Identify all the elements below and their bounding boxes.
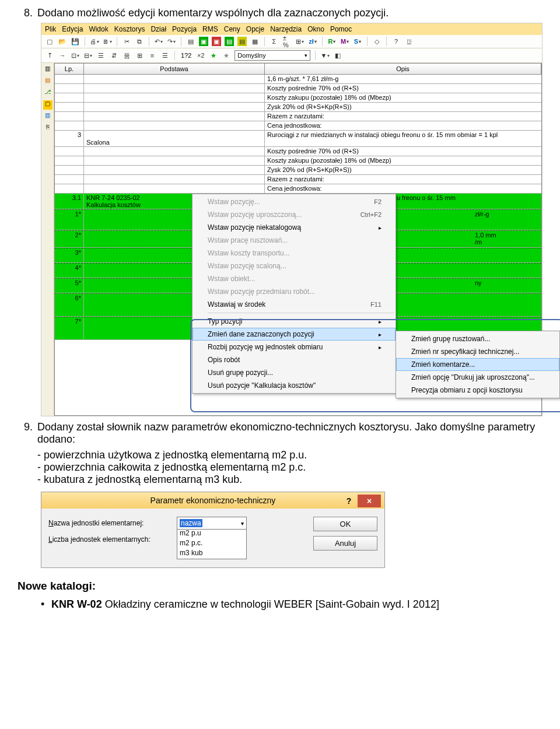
sigma-icon[interactable]: Σ bbox=[270, 37, 279, 46]
tree-icon[interactable]: ▤ bbox=[186, 37, 195, 46]
mi-wsrodek[interactable]: Wstawiaj w środekF11 bbox=[192, 298, 396, 311]
star-on-icon[interactable]: ★ bbox=[209, 51, 218, 60]
ls3-icon[interactable]: ⎇ bbox=[43, 89, 52, 98]
view5-icon[interactable]: ▦ bbox=[250, 37, 260, 46]
grid-icon[interactable]: ⊞ bbox=[295, 37, 304, 46]
smi-precyzja[interactable]: Precyzja obmiaru z opcji kosztorysu bbox=[396, 384, 559, 397]
tb2-num[interactable]: 1?2 bbox=[180, 52, 192, 59]
dialog-help-icon[interactable]: ? bbox=[342, 495, 355, 507]
view1-icon[interactable]: ▣ bbox=[199, 37, 208, 46]
view4-icon[interactable]: ▤ bbox=[237, 37, 247, 46]
opt-m2pc[interactable]: m2 p.c. bbox=[180, 538, 244, 548]
menu-edycja[interactable]: Edycja bbox=[62, 25, 83, 33]
mi-usun-grupe[interactable]: Usuń grupę pozycji... bbox=[192, 366, 396, 379]
copy-icon[interactable]: ⧉ bbox=[135, 37, 144, 46]
tb2-c-icon[interactable]: ⊡ bbox=[71, 51, 80, 60]
tb2-a-icon[interactable]: ⤒ bbox=[45, 51, 54, 60]
table-row[interactable]: Cena jednostkowa: bbox=[55, 121, 541, 131]
menu-ceny[interactable]: Ceny bbox=[224, 25, 240, 33]
tb2-i-icon[interactable]: ≡ bbox=[148, 51, 157, 60]
smi-specyfikacja[interactable]: Zmień nr specyfikacji technicznej... bbox=[396, 345, 559, 358]
tb2-f-icon[interactable]: ⇵ bbox=[109, 51, 118, 60]
tb2-j-icon[interactable]: ☰ bbox=[160, 51, 170, 60]
table-row[interactable]: Koszty zakupu (pozostałe) 18% od (Mbezp) bbox=[55, 156, 541, 166]
table-row[interactable]: Zysk 20% od (R+S+Kp(R+S)) bbox=[55, 103, 541, 112]
preview-icon[interactable]: 🗎 bbox=[103, 37, 112, 46]
smi-drukuj[interactable]: Zmień opcję "Drukuj jak uproszczoną"... bbox=[396, 371, 559, 384]
dialog-close-icon[interactable]: × bbox=[358, 495, 381, 507]
mi-usun-kalk[interactable]: Usuń pozycje "Kalkulacja kosztów" bbox=[192, 379, 396, 392]
col-lp[interactable]: Lp. bbox=[55, 64, 84, 74]
menu-dzial[interactable]: Dział bbox=[150, 25, 166, 33]
tb2-g-icon[interactable]: 품 bbox=[122, 51, 131, 60]
table-row[interactable]: 1,6 m-g/szt. * 7,61 zł/m-g bbox=[55, 75, 541, 84]
mi-transport[interactable]: Wstaw koszty transportu... bbox=[192, 247, 396, 260]
filter-icon[interactable]: ▼ bbox=[320, 51, 330, 60]
mi-typ-pozycji[interactable]: Typ pozycji▸ bbox=[192, 315, 396, 328]
table-row[interactable]: Zysk 20% od (R+S+Kp(R+S)) bbox=[55, 166, 541, 175]
combo-nazwa[interactable]: nazwa bbox=[177, 517, 247, 530]
tb2-b-icon[interactable]: → bbox=[58, 51, 67, 60]
menu-plik[interactable]: Plik bbox=[45, 25, 56, 33]
mi-opis[interactable]: Opis robót bbox=[192, 353, 396, 366]
save-icon[interactable]: 💾 bbox=[71, 37, 80, 46]
cut-icon[interactable]: ✂ bbox=[122, 37, 131, 46]
menu-pomoc[interactable]: Pomoc bbox=[330, 25, 352, 33]
menu-opcje[interactable]: Opcje bbox=[246, 25, 264, 33]
mi-rozbij[interactable]: Rozbij pozycję wg jednostek obmiaru▸ bbox=[192, 341, 396, 353]
table-row[interactable]: Razem z narzutami: bbox=[55, 112, 541, 121]
s-icon[interactable]: S bbox=[353, 37, 362, 46]
ls4-icon[interactable]: ▢ bbox=[43, 100, 52, 110]
table-row[interactable]: 3ScalonaRurociągi z rur miedzianych w in… bbox=[55, 131, 541, 147]
menu-pozycja[interactable]: Pozycja bbox=[172, 25, 197, 33]
mi-zmien-dane[interactable]: Zmień dane zaznaczonych pozycji▸ bbox=[192, 328, 396, 341]
view2-icon[interactable]: ▣ bbox=[212, 37, 221, 46]
table-row[interactable]: Koszty pośrednie 70% od (R+S) bbox=[55, 84, 541, 93]
m-icon[interactable]: M bbox=[340, 37, 349, 46]
ls6-icon[interactable]: ⎘ bbox=[43, 124, 52, 133]
cancel-button[interactable]: Anuluj bbox=[313, 536, 377, 551]
mi-przedmiar[interactable]: Wstaw pozycję przedmiaru robót... bbox=[192, 285, 396, 298]
help-icon[interactable]: ? bbox=[391, 37, 401, 46]
menu-kosztorys[interactable]: Kosztorys bbox=[114, 25, 145, 33]
mi-niekatalogowa[interactable]: Wstaw pozycję niekatalogową▸ bbox=[192, 221, 396, 234]
whatsthis-icon[interactable]: ⍰ bbox=[404, 37, 414, 46]
smi-grupa-rusztowan[interactable]: Zmień grupę rusztowań... bbox=[396, 332, 559, 345]
opt-m3kub[interactable]: m3 kub bbox=[180, 548, 244, 558]
view3-icon[interactable]: ▤ bbox=[225, 37, 234, 46]
new-icon[interactable]: ▢ bbox=[45, 37, 54, 46]
ls2-icon[interactable]: ▤ bbox=[43, 77, 52, 86]
open-icon[interactable]: 📂 bbox=[58, 37, 67, 46]
ok-button[interactable]: OK bbox=[313, 517, 377, 531]
table-row[interactable]: Razem z narzutami: bbox=[55, 175, 541, 184]
smi-komentarze[interactable]: Zmień komentarze... bbox=[396, 358, 559, 371]
opt-m2pu[interactable]: m2 p.u bbox=[180, 528, 244, 538]
menu-okno[interactable]: Okno bbox=[307, 25, 324, 33]
mi-scalona[interactable]: Wstaw pozycję scaloną... bbox=[192, 260, 396, 272]
menu-rms[interactable]: RMS bbox=[202, 25, 218, 33]
mi-obiekt[interactable]: Wstaw obiekt... bbox=[192, 272, 396, 285]
table-row[interactable]: Koszty zakupu (pozostałe) 18% od (Mbezp) bbox=[55, 93, 541, 103]
r-icon[interactable]: R bbox=[327, 37, 337, 46]
mi-rusztowan[interactable]: Wstaw pracę rusztowań... bbox=[192, 234, 396, 247]
print-icon[interactable]: 🖨 bbox=[90, 37, 99, 46]
col-opis[interactable]: Opis bbox=[265, 64, 541, 74]
percent-icon[interactable]: ±% bbox=[282, 37, 292, 46]
col-podstawa[interactable]: Podstawa bbox=[84, 64, 265, 74]
star-off-icon[interactable]: ★ bbox=[222, 51, 231, 60]
ls5-icon[interactable]: ▥ bbox=[43, 112, 52, 121]
table-row[interactable]: Koszty pośrednie 70% od (R+S) bbox=[55, 147, 541, 156]
tb2-h-icon[interactable]: ⊞ bbox=[135, 51, 144, 60]
undo-icon[interactable]: ↶ bbox=[154, 37, 163, 46]
eraser-icon[interactable]: ◇ bbox=[372, 37, 382, 46]
tb2-e-icon[interactable]: ☰ bbox=[96, 51, 106, 60]
mi-wstaw-pozycje[interactable]: Wstaw pozycję...F2 bbox=[192, 195, 396, 208]
tb2-k-icon[interactable]: ×2 bbox=[196, 51, 205, 60]
combo-dropdown[interactable]: m2 p.u m2 p.c. m3 kub bbox=[177, 527, 247, 559]
colors-icon[interactable]: ◧ bbox=[333, 51, 342, 60]
mi-wstaw-uproszczona[interactable]: Wstaw pozycję uproszczoną...Ctrl+F2 bbox=[192, 208, 396, 221]
redo-icon[interactable]: ↷ bbox=[167, 37, 176, 46]
style-combo[interactable]: Domyślny bbox=[235, 50, 310, 61]
menu-narzedzia[interactable]: Narzędzia bbox=[270, 25, 302, 33]
tb2-d-icon[interactable]: ⊟ bbox=[83, 51, 93, 60]
